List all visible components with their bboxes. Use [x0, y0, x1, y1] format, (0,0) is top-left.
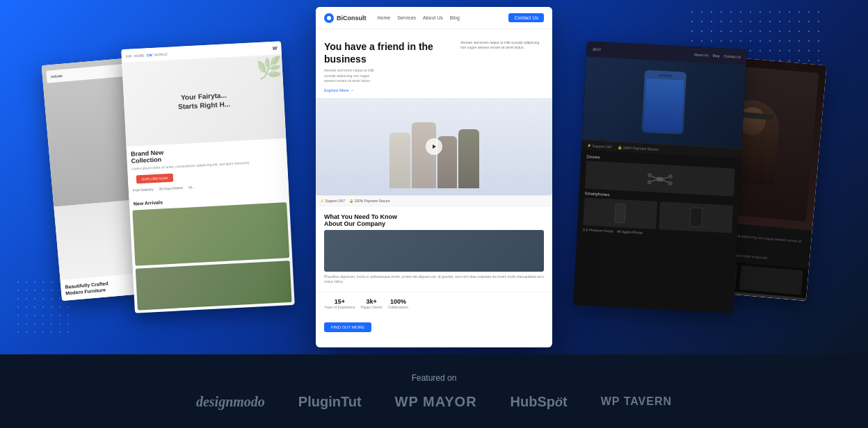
- card-center: BiConsult Home Services About Us Blog Co…: [316, 7, 552, 347]
- card-right-1: JECT About Us Blog Contact Us ⚡ Support …: [573, 41, 747, 313]
- featured-logo-hubspot: HubSpöt: [511, 394, 568, 410]
- svg-point-8: [668, 174, 673, 178]
- svg-point-0: [327, 16, 331, 20]
- svg-rect-2: [657, 176, 664, 181]
- find-out-button[interactable]: FIND OUT MORE: [324, 322, 371, 332]
- featured-logo-wp-mayor: WP MAYOR: [395, 394, 477, 410]
- center-hero-text: Aenean sed lorem neque at nilib suscipit…: [460, 40, 544, 50]
- center-nav-about[interactable]: About Us: [423, 15, 443, 20]
- svg-point-9: [647, 180, 651, 184]
- featured-label: Featured on: [412, 373, 457, 383]
- center-about-title: What You Need To KnowAbout Our Company: [324, 213, 544, 227]
- stat-clients-num: 3k+: [361, 298, 383, 305]
- svg-marker-1: [433, 145, 436, 149]
- center-about-text: Phasellus dignissim, luctus in pellentes…: [324, 274, 544, 285]
- stat-collab-label: Collaboration: [388, 305, 408, 309]
- card-left-2: IOR HOME CW WORLD W 🌿 Your Fairyta...Sta…: [121, 41, 295, 313]
- stat-experience-num: 15+: [324, 298, 355, 305]
- center-explore-btn[interactable]: Explore More →: [324, 88, 453, 92]
- svg-point-10: [668, 181, 672, 185]
- center-nav-home[interactable]: Home: [378, 15, 391, 20]
- support-item-2: 🔒 100% Payment Secure: [349, 199, 390, 203]
- featured-section: Featured on designmodo PluginTut WP MAYO…: [0, 354, 868, 428]
- center-cta-button[interactable]: Contact Us: [508, 13, 544, 22]
- stat-clients-label: Happy Clients: [361, 305, 383, 309]
- svg-point-7: [648, 173, 652, 177]
- featured-logo-wp-tavern: WP TAVERN: [601, 395, 672, 408]
- templates-container: Beautifully Crafted Modern Furniture ind…: [51, 17, 817, 337]
- center-hero-title: You have a friend in the business: [324, 40, 453, 65]
- featured-logo-plugintut: PluginTut: [298, 394, 362, 410]
- stat-collab-num: 100%: [388, 298, 408, 305]
- hero-section: Beautifully Crafted Modern Furniture ind…: [0, 0, 868, 354]
- center-nav-blog[interactable]: Blog: [450, 15, 460, 20]
- wedding-hero-text: Your Fairyta...Starts Right H...: [177, 90, 230, 111]
- featured-logo-designmodo: designmodo: [196, 394, 265, 410]
- stat-experience-label: Years of Experience: [324, 305, 355, 309]
- featured-logos: designmodo PluginTut WP MAYOR HubSpöt WP…: [196, 394, 672, 410]
- center-nav-services[interactable]: Services: [397, 15, 416, 20]
- support-item-1: ⚡ Support 24/7: [320, 199, 345, 203]
- center-logo-text: BiConsult: [337, 15, 367, 22]
